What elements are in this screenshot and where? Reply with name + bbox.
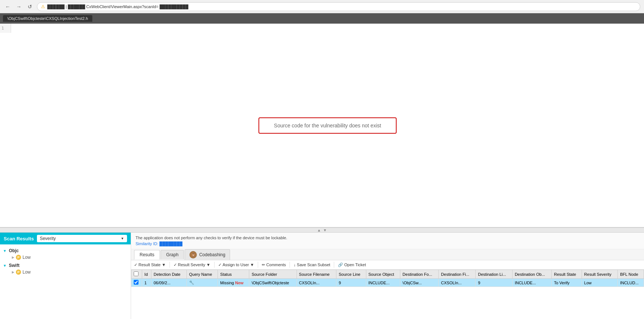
col-id: Id — [142, 270, 151, 279]
dropdown-icon-3: ▼ — [250, 263, 254, 267]
result-state-filter[interactable]: ✓ Result State ▼ — [134, 263, 166, 267]
result-severity-label: Result Severity — [178, 263, 205, 267]
code-area: 1 Source code for the vulnerability does… — [0, 24, 644, 227]
select-all-checkbox[interactable] — [134, 271, 138, 276]
divider-4 — [290, 262, 290, 268]
results-tabs: Results Graph 🦉 Codebashing — [131, 249, 644, 260]
dropdown-icon-1: ▼ — [162, 263, 166, 267]
address-text: ██████ | ██████ CxWebClient/ViewerMain.a… — [47, 4, 188, 9]
row-dest-line: 9 — [476, 279, 512, 287]
row-bfl-node: INCLUD... — [618, 279, 644, 287]
row-status: Missing New — [218, 279, 249, 287]
divider-3 — [258, 262, 258, 268]
divider-1 — [169, 262, 170, 268]
resize-down-icon[interactable]: ▼ — [323, 228, 327, 232]
results-table-container[interactable]: Id Detection Date Query Name Status Sour… — [131, 270, 644, 319]
tab-bar: \ObjCSwift\Objcteste\CXSQLInjectionTest2… — [0, 13, 644, 24]
col-source-line: Source Line — [336, 270, 366, 279]
status-badge: New — [235, 281, 244, 285]
browser-chrome: ← → ↺ ⚠ ██████ | ██████ CxWebClient/View… — [0, 0, 644, 13]
download-icon: ↓ — [294, 263, 296, 267]
refresh-button[interactable]: ↺ — [26, 3, 34, 11]
row-source-object: INCLUDE... — [366, 279, 400, 287]
row-dest-filename: CXSOLIn... — [439, 279, 476, 287]
child-arrow-icon: ▶ — [12, 255, 14, 259]
open-ticket-btn[interactable]: 🔗 Open Ticket — [338, 263, 366, 267]
main-layout: 1 Source code for the vulnerability does… — [0, 24, 644, 319]
row-detection-date: 06/09/2... — [151, 279, 186, 287]
row-result-severity: Low — [582, 279, 617, 287]
resize-up-icon[interactable]: ▲ — [317, 228, 321, 232]
row-checkbox[interactable] — [131, 279, 142, 287]
tree-group-header-objc[interactable]: ▼ Objc — [3, 247, 128, 254]
results-table: Id Detection Date Query Name Status Sour… — [131, 270, 644, 287]
right-panel: The application does not perform any che… — [131, 233, 644, 319]
save-scan-subset-btn[interactable]: ↓ Save Scan Subset — [294, 263, 330, 267]
table-row[interactable]: 1 06/09/2... 🔧 Missing New \ObjCSwift\Ob… — [131, 279, 644, 287]
row-dest-folder: \ObjCSw... — [400, 279, 439, 287]
col-source-folder: Source Folder — [249, 270, 297, 279]
address-bar[interactable]: ⚠ ██████ | ██████ CxWebClient/ViewerMain… — [37, 2, 640, 11]
tree-group-objc: ▼ Objc ▶ P Low — [3, 247, 128, 261]
col-dest-object: Destination Ob... — [512, 270, 551, 279]
col-checkbox — [131, 270, 142, 279]
tab-graph[interactable]: Graph — [161, 250, 184, 259]
description-text: The application does not perform any che… — [136, 236, 640, 240]
tree-child-label-swift-low: Low — [23, 270, 31, 275]
tree-child-label-objc-low: Low — [23, 255, 31, 260]
assign-to-user-label: Assign to User — [223, 263, 249, 267]
row-source-line: 9 — [336, 279, 366, 287]
assign-to-user-btn[interactable]: ✓ Assign to User ▼ — [218, 263, 254, 267]
file-tab[interactable]: \ObjCSwift\Objcteste\CXSQLInjectionTest2… — [3, 15, 92, 22]
severity-dropdown[interactable]: Severity — [37, 235, 127, 242]
open-ticket-label: Open Ticket — [344, 263, 366, 267]
priority-icon-objc: P — [16, 255, 21, 260]
forward-button[interactable]: → — [15, 3, 23, 11]
dropdown-icon-2: ▼ — [206, 263, 210, 267]
row-query-name: 🔧 — [186, 279, 217, 287]
row-source-filename: CXSOLIn... — [297, 279, 336, 287]
col-dest-line: Destination Li... — [476, 270, 512, 279]
resize-handle[interactable]: ▲ ▼ — [0, 227, 644, 233]
col-status: Status — [218, 270, 249, 279]
col-result-severity: Result Severity — [582, 270, 617, 279]
line-numbers: 1 — [0, 24, 11, 33]
pencil-icon: ✏ — [262, 263, 265, 267]
check-icon-3: ✓ — [218, 263, 222, 267]
tree-group-label-swift: Swift — [9, 263, 20, 268]
divider-5 — [334, 262, 334, 268]
row-result-state: To Verify — [552, 279, 582, 287]
tree-group-header-swift[interactable]: ▼ Swift — [3, 262, 128, 269]
check-icon-2: ✓ — [174, 263, 177, 267]
row-dest-object: INCLUDE... — [512, 279, 551, 287]
col-source-object: Source Object — [366, 270, 400, 279]
tree-group-label-objc: Objc — [9, 248, 19, 253]
tree-child-objc-low[interactable]: ▶ P Low — [3, 254, 128, 261]
results-toolbar: ✓ Result State ▼ ✓ Result Severity ▼ ✓ A… — [131, 260, 644, 270]
code-content: Source code for the vulnerability does n… — [11, 24, 644, 227]
tree-expand-icon-objc: ▼ — [3, 249, 7, 253]
description-area: The application does not perform any che… — [131, 233, 644, 249]
comments-btn[interactable]: ✏ Comments — [262, 263, 286, 267]
tab-codebashing[interactable]: 🦉 Codebashing — [185, 249, 230, 260]
result-severity-filter[interactable]: ✓ Result Severity ▼ — [174, 263, 210, 267]
back-button[interactable]: ← — [4, 3, 12, 11]
tab-results[interactable]: Results — [134, 250, 160, 260]
tree-child-swift-low[interactable]: ▶ P Low — [3, 269, 128, 275]
row-source-folder: \ObjCSwift\Objcteste — [249, 279, 297, 287]
child-arrow-icon-swift: ▶ — [12, 270, 14, 274]
scan-results-sidebar: Scan Results Severity ▼ Objc ▶ P — [0, 233, 131, 319]
similarity-id[interactable]: Similarity ID: ████████ — [136, 241, 640, 246]
scan-results-label: Scan Results — [4, 236, 34, 241]
col-source-filename: Source Filename — [297, 270, 336, 279]
col-dest-filename: Destination Fi... — [439, 270, 476, 279]
severity-select-wrapper: Severity — [37, 235, 127, 242]
bottom-panel: Scan Results Severity ▼ Objc ▶ P — [0, 233, 644, 319]
status-missing: Missing — [220, 281, 234, 285]
tree-expand-icon-swift: ▼ — [3, 264, 7, 268]
row-id: 1 — [142, 279, 151, 287]
save-scan-subset-label: Save Scan Subset — [297, 263, 330, 267]
col-result-state: Result State — [552, 270, 582, 279]
divider-2 — [214, 262, 215, 268]
col-bfl-node: BFL Node — [618, 270, 644, 279]
